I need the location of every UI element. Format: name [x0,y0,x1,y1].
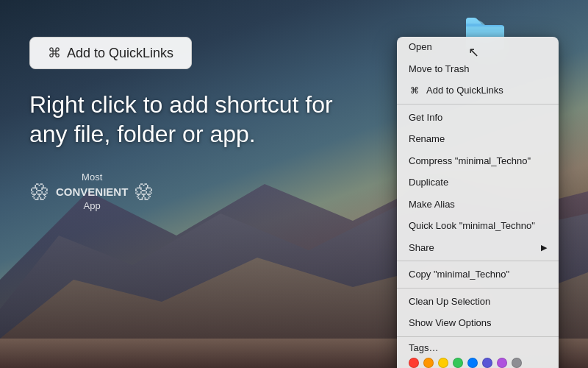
menu-item-copy[interactable]: Copy "minimal_Techno" [397,263,559,286]
share-arrow-icon: ▶ [541,241,547,254]
tags-label[interactable]: Tags… [409,342,547,353]
tag-dot-indigo[interactable] [482,358,492,368]
tag-dot-orange[interactable] [423,358,434,368]
menu-item-rename-label: Rename [409,132,445,146]
menu-item-duplicate-label: Duplicate [409,175,448,190]
left-laurel-icon: 🏵 [29,180,50,204]
cursor-icon: ↖ [468,44,479,60]
menu-item-quick-look[interactable]: Quick Look "minimal_Techno" [397,215,559,237]
menu-item-compress[interactable]: Compress "minimal_Techno" [397,150,559,172]
menu-item-add-to-quicklinks[interactable]: ⌘ Add to QuickLinks [397,79,559,102]
tag-dot-yellow[interactable] [438,358,448,368]
menu-item-rename[interactable]: Rename [397,128,559,150]
menu-item-make-alias[interactable]: Make Alias [397,194,559,216]
menu-item-move-to-trash-label: Move to Trash [409,62,469,77]
context-menu: Open Move to Trash ⌘ Add to QuickLinks G… [397,37,559,368]
menu-item-compress-label: Compress "minimal_Techno" [409,154,531,169]
separator-2 [397,261,559,261]
menu-item-duplicate[interactable]: Duplicate [397,171,559,194]
tag-dot-gray[interactable] [512,358,522,368]
tag-dot-purple[interactable] [497,358,507,368]
menu-item-copy-label: Copy "minimal_Techno" [409,267,509,282]
quicklinks-button[interactable]: ⌘ Add to QuickLinks [29,37,192,69]
cmd-icon: ⌘ [48,45,61,61]
quicklinks-cmd-icon: ⌘ [409,84,420,97]
separator-1 [397,104,559,105]
separator-4 [397,336,559,337]
menu-item-clean-up-label: Clean Up Selection [409,294,490,309]
menu-item-show-view-options-label: Show View Options [409,316,492,330]
menu-item-make-alias-label: Make Alias [409,197,455,212]
menu-item-quick-look-label: Quick Look "minimal_Techno" [409,219,535,233]
tag-dot-blue[interactable] [467,358,478,368]
menu-item-open-label: Open [409,40,432,54]
right-laurel-icon: 🏵 [134,180,154,204]
menu-item-show-view-options[interactable]: Show View Options [397,312,559,334]
menu-item-add-to-quicklinks-label: Add to QuickLinks [426,83,503,98]
menu-item-share[interactable]: Share ▶ [397,237,559,259]
award-area: 🏵 Most CONVENIENT App 🏵 [29,171,338,213]
main-text: Right click to add shortcut for any file… [29,90,338,149]
tags-section: Tags… [397,339,559,369]
menu-item-get-info-label: Get Info [409,110,442,125]
separator-3 [397,288,559,289]
menu-item-clean-up[interactable]: Clean Up Selection [397,291,559,313]
award-text: Most CONVENIENT App [56,171,128,213]
color-dots-row [409,358,547,368]
tag-dot-red[interactable] [409,358,419,368]
menu-item-get-info[interactable]: Get Info [397,107,559,129]
left-content: ⌘ Add to QuickLinks Right click to add s… [29,37,338,213]
tag-dot-green[interactable] [453,358,463,368]
menu-item-move-to-trash[interactable]: Move to Trash [397,58,559,80]
quicklinks-button-label: Add to QuickLinks [67,46,173,61]
menu-item-share-label: Share [409,241,434,255]
